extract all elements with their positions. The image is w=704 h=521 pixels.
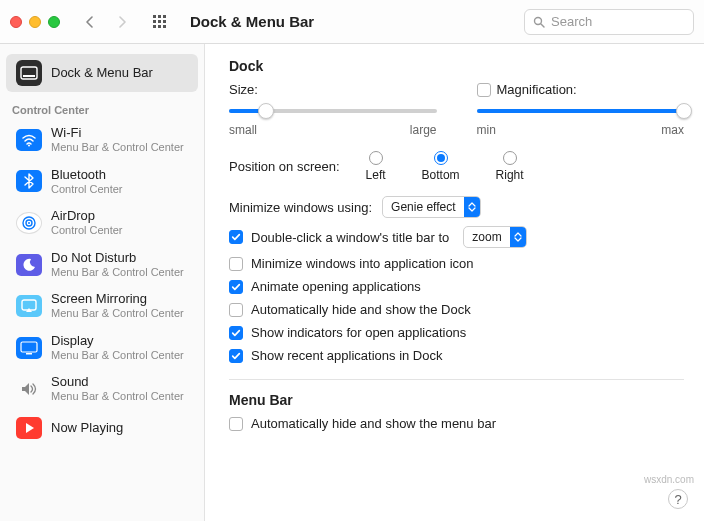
magnification-max-label: max [661,123,684,137]
magnification-slider[interactable] [477,101,685,121]
dock-checkbox-0[interactable] [229,230,243,244]
sidebar-item-label: AirDrop [51,209,123,224]
dock-check-label: Show recent applications in Dock [251,348,443,363]
svg-line-10 [541,24,544,27]
size-slider[interactable] [229,101,437,121]
sidebar-item-display[interactable]: Display Menu Bar & Control Center [6,328,198,368]
dock-check-label: Minimize windows into application icon [251,256,474,271]
svg-rect-18 [21,342,37,352]
svg-point-16 [28,222,30,224]
search-icon [533,16,545,28]
dock-checkbox-4[interactable] [229,326,243,340]
sidebar-item-bluetooth[interactable]: Bluetooth Control Center [6,162,198,202]
magnification-min-label: min [477,123,496,137]
separator [229,379,684,380]
menubar-autohide-checkbox[interactable] [229,417,243,431]
dock-check-label: Automatically hide and show the Dock [251,302,471,317]
svg-rect-4 [158,20,161,23]
svg-rect-12 [23,75,35,77]
svg-rect-2 [163,15,166,18]
dock-heading: Dock [229,58,684,74]
position-radio-left[interactable]: Left [366,151,386,182]
dock-check-label: Show indicators for open applications [251,325,466,340]
sidebar-item-screen-mirroring[interactable]: Screen Mirroring Menu Bar & Control Cent… [6,286,198,326]
help-button[interactable]: ? [668,489,688,509]
svg-point-9 [535,17,542,24]
svg-rect-1 [158,15,161,18]
close-button[interactable] [10,16,22,28]
play-icon [22,421,36,435]
svg-point-13 [28,144,30,146]
position-label: Position on screen: [229,159,340,174]
size-min-label: small [229,123,257,137]
dock-check-label: Animate opening applications [251,279,421,294]
sidebar-item-dock-menu-bar[interactable]: Dock & Menu Bar [6,54,198,92]
sound-icon [20,381,38,397]
sidebar-section-control-center: Control Center [0,94,204,118]
dock-icon [20,66,38,80]
select-stepper-icon [510,227,526,247]
sidebar-item-sub: Menu Bar & Control Center [51,266,184,279]
magnification-checkbox[interactable] [477,83,491,97]
forward-button[interactable] [110,10,134,34]
sidebar-item-label: Screen Mirroring [51,292,184,307]
titlebar-action-value: zoom [472,230,501,244]
svg-rect-5 [163,20,166,23]
svg-rect-19 [26,353,32,355]
magnification-label: Magnification: [497,82,577,97]
position-radio-group: LeftBottomRight [366,151,524,182]
sidebar-item-label: Dock & Menu Bar [51,66,153,81]
svg-rect-8 [163,25,166,28]
sidebar-item-sub: Control Center [51,183,123,196]
sidebar-item-sub: Menu Bar & Control Center [51,141,184,154]
search-placeholder: Search [551,14,592,29]
position-radio-bottom[interactable]: Bottom [422,151,460,182]
dock-checkbox-3[interactable] [229,303,243,317]
wifi-icon [21,132,37,148]
sidebar-item-label: Display [51,334,184,349]
sidebar-item-do-not-disturb[interactable]: Do Not Disturb Menu Bar & Control Center [6,245,198,285]
sidebar-item-label: Sound [51,375,184,390]
moon-icon [21,257,37,273]
dock-checkbox-1[interactable] [229,257,243,271]
size-label: Size: [229,82,437,97]
sidebar-item-sub: Menu Bar & Control Center [51,307,184,320]
display-icon [20,341,38,355]
size-max-label: large [410,123,437,137]
sidebar-item-label: Now Playing [51,421,123,436]
dock-check-label: Double-click a window's title bar to [251,230,449,245]
back-button[interactable] [78,10,102,34]
svg-rect-3 [153,20,156,23]
main-pane: Dock Size: small large Magnification: [205,44,704,521]
dock-checkbox-2[interactable] [229,280,243,294]
minimize-using-label: Minimize windows using: [229,200,372,215]
toolbar: Dock & Menu Bar Search [0,0,704,44]
radio-label: Bottom [422,168,460,182]
bluetooth-icon [22,173,36,189]
sidebar-item-sub: Menu Bar & Control Center [51,390,184,403]
watermark: wsxdn.com [644,474,694,485]
position-radio-right[interactable]: Right [496,151,524,182]
traffic-lights [10,16,60,28]
sidebar-item-label: Do Not Disturb [51,251,184,266]
window-title: Dock & Menu Bar [190,13,314,30]
screen-mirroring-icon [21,299,37,313]
dock-checkbox-5[interactable] [229,349,243,363]
sidebar-item-now-playing[interactable]: Now Playing [6,411,198,445]
sidebar-item-sound[interactable]: Sound Menu Bar & Control Center [6,369,198,409]
search-input[interactable]: Search [524,9,694,35]
maximize-button[interactable] [48,16,60,28]
minimize-button[interactable] [29,16,41,28]
minimize-using-select[interactable]: Genie effect [382,196,481,218]
svg-rect-11 [21,67,37,79]
sidebar-item-airdrop[interactable]: AirDrop Control Center [6,203,198,243]
sidebar-item-label: Bluetooth [51,168,123,183]
select-stepper-icon [464,197,480,217]
show-all-button[interactable] [148,10,172,34]
menubar-heading: Menu Bar [229,392,684,408]
svg-rect-0 [153,15,156,18]
radio-label: Right [496,168,524,182]
titlebar-action-select[interactable]: zoom [463,226,526,248]
airdrop-icon [20,214,38,232]
sidebar-item-wifi[interactable]: Wi-Fi Menu Bar & Control Center [6,120,198,160]
